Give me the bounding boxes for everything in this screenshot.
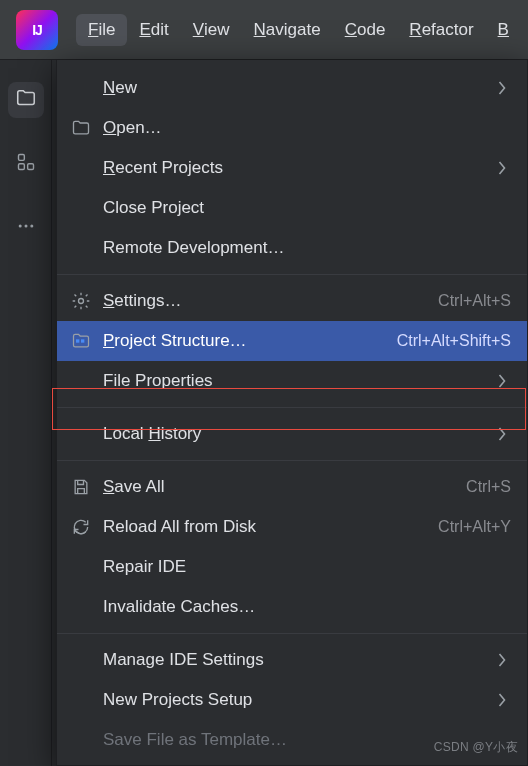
menu-item-remote-development[interactable]: Remote Development… — [57, 228, 527, 268]
menu-item-label: Manage IDE Settings — [97, 650, 485, 670]
menu-item-manage-ide-settings[interactable]: Manage IDE Settings — [57, 640, 527, 680]
file-menu-dropdown: NewOpen…Recent ProjectsClose ProjectRemo… — [56, 60, 528, 766]
svg-rect-2 — [27, 164, 33, 170]
blank-icon — [65, 728, 97, 752]
chevron-right-icon — [493, 374, 511, 388]
menu-edit[interactable]: Edit — [127, 14, 180, 46]
menu-separator — [57, 633, 527, 634]
save-icon — [65, 475, 97, 499]
structure-icon — [16, 152, 36, 176]
menu-file[interactable]: File — [76, 14, 127, 46]
blank-icon — [65, 236, 97, 260]
blank-icon — [65, 196, 97, 220]
menu-item-local-history[interactable]: Local History — [57, 414, 527, 454]
more-tool[interactable] — [8, 210, 44, 246]
menu-item-shortcut: Ctrl+Alt+Y — [438, 518, 511, 536]
svg-point-6 — [79, 299, 84, 304]
chevron-right-icon — [493, 161, 511, 175]
blank-icon — [65, 688, 97, 712]
menu-item-invalidate-caches[interactable]: Invalidate Caches… — [57, 587, 527, 627]
menu-item-shortcut: Ctrl+Alt+Shift+S — [397, 332, 511, 350]
menu-separator — [57, 407, 527, 408]
menu-code[interactable]: Code — [333, 14, 398, 46]
blank-icon — [65, 369, 97, 393]
titlebar: FileEditViewNavigateCodeRefactorB — [0, 0, 528, 60]
gear-icon — [65, 289, 97, 313]
menu-item-file-properties[interactable]: File Properties — [57, 361, 527, 401]
menu-b[interactable]: B — [486, 14, 521, 46]
menubar: FileEditViewNavigateCodeRefactorB — [76, 0, 521, 59]
blank-icon — [65, 555, 97, 579]
chevron-right-icon — [493, 693, 511, 707]
more-icon — [16, 216, 36, 240]
svg-rect-8 — [81, 339, 84, 342]
menu-item-label: Project Structure… — [97, 331, 397, 351]
menu-navigate[interactable]: Navigate — [242, 14, 333, 46]
menu-item-label: Open… — [97, 118, 511, 138]
menu-item-shortcut: Ctrl+Alt+S — [438, 292, 511, 310]
menu-item-label: Repair IDE — [97, 557, 511, 577]
svg-point-3 — [18, 225, 21, 228]
svg-rect-1 — [18, 164, 24, 170]
menu-item-new-projects-setup[interactable]: New Projects Setup — [57, 680, 527, 720]
folder-icon — [15, 87, 37, 113]
menu-item-project-structure[interactable]: Project Structure…Ctrl+Alt+Shift+S — [57, 321, 527, 361]
menu-item-save-all[interactable]: Save AllCtrl+S — [57, 467, 527, 507]
menu-item-label: Invalidate Caches… — [97, 597, 511, 617]
blank-icon — [65, 76, 97, 100]
blank-icon — [65, 422, 97, 446]
menu-item-label: Local History — [97, 424, 485, 444]
menu-item-recent-projects[interactable]: Recent Projects — [57, 148, 527, 188]
blank-icon — [65, 595, 97, 619]
menu-item-label: Recent Projects — [97, 158, 485, 178]
menu-item-label: Save All — [97, 477, 466, 497]
blank-icon — [65, 156, 97, 180]
svg-point-4 — [24, 225, 27, 228]
menu-item-label: Close Project — [97, 198, 511, 218]
menu-item-label: New Projects Setup — [97, 690, 485, 710]
menu-item-settings[interactable]: Settings…Ctrl+Alt+S — [57, 281, 527, 321]
menu-view[interactable]: View — [181, 14, 242, 46]
menu-item-shortcut: Ctrl+S — [466, 478, 511, 496]
menu-item-label: Reload All from Disk — [97, 517, 438, 537]
folder-icon — [65, 116, 97, 140]
menu-item-close-project[interactable]: Close Project — [57, 188, 527, 228]
project-tool[interactable] — [8, 82, 44, 118]
project-structure-icon — [65, 329, 97, 353]
menu-separator — [57, 460, 527, 461]
menu-separator — [57, 274, 527, 275]
menu-item-repair-ide[interactable]: Repair IDE — [57, 547, 527, 587]
menu-item-reload-all-from-disk[interactable]: Reload All from DiskCtrl+Alt+Y — [57, 507, 527, 547]
chevron-right-icon — [493, 653, 511, 667]
structure-tool[interactable] — [8, 146, 44, 182]
menu-item-label: File Properties — [97, 371, 485, 391]
watermark: CSDN @Y小夜 — [434, 739, 518, 756]
app-icon — [16, 10, 58, 50]
menu-item-label: Remote Development… — [97, 238, 511, 258]
chevron-right-icon — [493, 427, 511, 441]
menu-refactor[interactable]: Refactor — [397, 14, 485, 46]
reload-icon — [65, 515, 97, 539]
blank-icon — [65, 648, 97, 672]
svg-rect-0 — [18, 155, 24, 161]
menu-item-label: Settings… — [97, 291, 438, 311]
left-toolbar — [0, 60, 52, 766]
menu-item-new[interactable]: New — [57, 68, 527, 108]
menu-item-open[interactable]: Open… — [57, 108, 527, 148]
menu-item-label: New — [97, 78, 485, 98]
svg-rect-7 — [76, 339, 79, 342]
svg-point-5 — [30, 225, 33, 228]
chevron-right-icon — [493, 81, 511, 95]
